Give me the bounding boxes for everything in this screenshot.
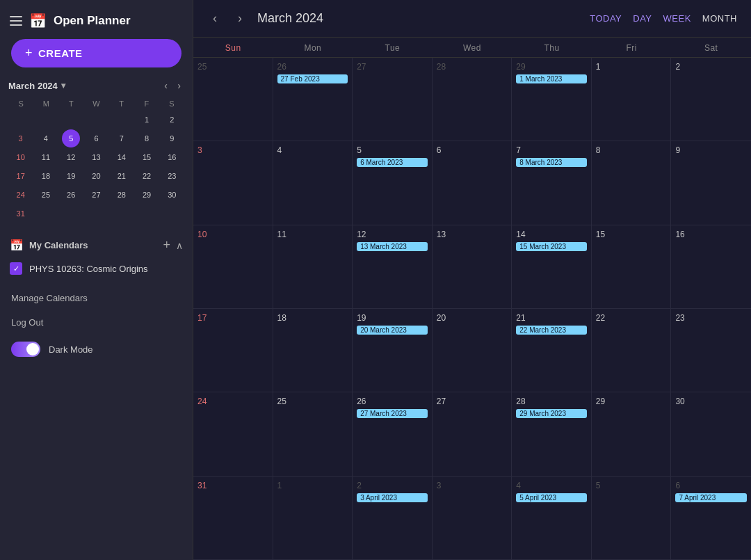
day-cell[interactable]: 11 <box>273 225 353 308</box>
mini-day[interactable]: 12 <box>62 148 80 166</box>
mini-day[interactable]: 19 <box>62 167 80 185</box>
day-cell[interactable]: 25 <box>193 58 273 141</box>
mini-day[interactable] <box>62 205 80 223</box>
day-cell[interactable]: 8 <box>592 141 672 224</box>
mini-day[interactable]: 23 <box>163 167 181 185</box>
day-cell[interactable]: 25 <box>273 392 353 475</box>
mini-day[interactable]: 3 <box>12 129 30 147</box>
day-cell[interactable]: 1415 March 2023 <box>512 225 592 308</box>
mini-day[interactable]: 26 <box>62 186 80 204</box>
day-cell[interactable]: 9 <box>671 141 751 224</box>
day-cell[interactable]: 13 <box>433 225 512 308</box>
day-cell[interactable]: 31 <box>193 477 273 559</box>
event-chip[interactable]: 27 March 2023 <box>357 409 428 418</box>
day-button[interactable]: DAY <box>633 13 652 24</box>
mini-day[interactable]: 22 <box>138 167 156 185</box>
day-cell[interactable]: 17 <box>193 309 273 392</box>
mini-day[interactable]: 24 <box>12 186 30 204</box>
day-cell[interactable]: 4 <box>273 141 353 224</box>
mini-next-button[interactable]: › <box>174 79 184 93</box>
mini-day[interactable] <box>87 111 105 129</box>
day-cell[interactable]: 1213 March 2023 <box>353 225 433 308</box>
calendar-item[interactable]: PHYS 10263: Cosmic Origins <box>10 258 183 279</box>
mini-day[interactable]: 11 <box>37 148 55 166</box>
event-chip[interactable]: 1 March 2023 <box>516 74 587 83</box>
day-cell[interactable]: 3 <box>433 477 512 559</box>
mini-day[interactable] <box>113 205 131 223</box>
day-cell[interactable]: 78 March 2023 <box>512 141 592 224</box>
week-button[interactable]: WEEK <box>663 13 691 24</box>
day-cell[interactable]: 5 <box>592 477 672 559</box>
mini-day[interactable]: 15 <box>138 148 156 166</box>
event-chip[interactable]: 3 April 2023 <box>357 493 428 502</box>
day-cell[interactable]: 1 <box>273 477 353 559</box>
mini-day[interactable] <box>62 111 80 129</box>
day-cell[interactable]: 1920 March 2023 <box>353 309 433 392</box>
today-button[interactable]: TODAY <box>590 13 622 24</box>
mini-day[interactable]: 1 <box>138 111 156 129</box>
mini-day[interactable] <box>138 205 156 223</box>
mini-day[interactable]: 14 <box>113 148 131 166</box>
hamburger-icon[interactable] <box>10 16 22 26</box>
mini-day[interactable]: 8 <box>138 129 156 147</box>
mini-day[interactable]: 10 <box>12 148 30 166</box>
dark-mode-toggle[interactable] <box>11 342 40 357</box>
day-cell[interactable]: 15 <box>592 225 672 308</box>
add-calendar-button[interactable]: + <box>163 238 170 253</box>
day-cell[interactable]: 2122 March 2023 <box>512 309 592 392</box>
day-cell[interactable]: 24 <box>193 392 273 475</box>
event-chip[interactable]: 5 April 2023 <box>516 493 587 502</box>
mini-day[interactable]: 4 <box>37 129 55 147</box>
manage-calendars-link[interactable]: Manage Calendars <box>0 286 193 310</box>
mini-day[interactable]: 18 <box>37 167 55 185</box>
mini-day[interactable] <box>87 205 105 223</box>
mini-day[interactable] <box>163 205 181 223</box>
chevron-down-icon[interactable]: ▾ <box>61 81 65 90</box>
mini-day[interactable]: 6 <box>87 129 105 147</box>
event-chip[interactable]: 6 March 2023 <box>357 158 428 167</box>
mini-day[interactable]: 2 <box>163 111 181 129</box>
day-cell[interactable]: 2829 March 2023 <box>512 392 592 475</box>
event-chip[interactable]: 27 Feb 2023 <box>277 74 348 83</box>
event-chip[interactable]: 13 March 2023 <box>357 242 428 251</box>
mini-day[interactable]: 5 <box>62 129 80 147</box>
day-cell[interactable]: 10 <box>193 225 273 308</box>
day-cell[interactable]: 16 <box>671 225 751 308</box>
mini-day[interactable]: 9 <box>163 129 181 147</box>
mini-prev-button[interactable]: ‹ <box>161 79 171 93</box>
mini-day[interactable]: 17 <box>12 167 30 185</box>
log-out-link[interactable]: Log Out <box>0 310 193 335</box>
mini-day[interactable]: 29 <box>138 186 156 204</box>
month-button[interactable]: MONTH <box>702 13 737 24</box>
day-cell[interactable]: 28 <box>433 58 512 141</box>
mini-day[interactable] <box>37 205 55 223</box>
mini-day[interactable]: 31 <box>12 205 30 223</box>
day-cell[interactable]: 30 <box>671 392 751 475</box>
event-chip[interactable]: 7 April 2023 <box>675 493 747 502</box>
mini-day[interactable]: 16 <box>163 148 181 166</box>
create-button[interactable]: + CREATE <box>11 39 181 67</box>
mini-day[interactable]: 7 <box>113 129 131 147</box>
mini-day[interactable] <box>113 111 131 129</box>
mini-day[interactable]: 20 <box>87 167 105 185</box>
day-cell[interactable]: 2627 March 2023 <box>353 392 433 475</box>
next-month-button[interactable]: › <box>232 8 248 29</box>
day-cell[interactable]: 291 March 2023 <box>512 58 592 141</box>
day-cell[interactable]: 67 April 2023 <box>671 477 751 559</box>
day-cell[interactable]: 2627 Feb 2023 <box>273 58 353 141</box>
event-chip[interactable]: 22 March 2023 <box>516 326 587 335</box>
mini-day[interactable] <box>12 111 30 129</box>
calendar-checkbox[interactable] <box>10 262 22 275</box>
mini-day[interactable]: 27 <box>87 186 105 204</box>
day-cell[interactable]: 20 <box>433 309 512 392</box>
day-cell[interactable]: 1 <box>592 58 672 141</box>
mini-day[interactable]: 21 <box>113 167 131 185</box>
mini-day[interactable]: 13 <box>87 148 105 166</box>
mini-day[interactable] <box>37 111 55 129</box>
day-cell[interactable]: 29 <box>592 392 672 475</box>
event-chip[interactable]: 8 March 2023 <box>516 158 587 167</box>
event-chip[interactable]: 20 March 2023 <box>357 326 428 335</box>
prev-month-button[interactable]: ‹ <box>207 8 223 29</box>
day-cell[interactable]: 6 <box>433 141 512 224</box>
event-chip[interactable]: 29 March 2023 <box>516 409 587 418</box>
